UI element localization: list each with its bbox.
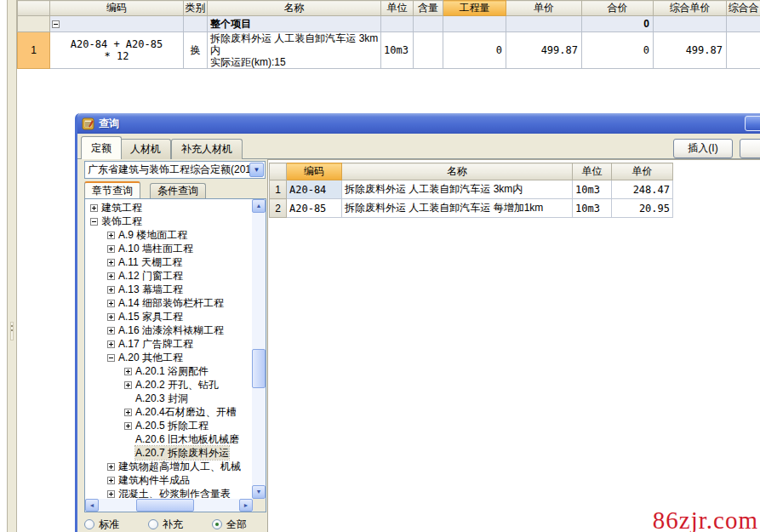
tree-item[interactable]: A.20.4石材磨边、开槽 bbox=[86, 405, 251, 419]
expand-plus-icon[interactable] bbox=[107, 327, 115, 335]
tab-condition-search[interactable]: 条件查询 bbox=[150, 183, 206, 198]
result-row-number-header[interactable] bbox=[270, 163, 287, 180]
tab-supplement-lmm[interactable]: 补充人材机 bbox=[171, 139, 243, 159]
comp-total-price-cell[interactable] bbox=[727, 32, 760, 69]
scroll-left-icon[interactable]: ◄ bbox=[85, 499, 99, 512]
horizontal-scroll-thumb[interactable] bbox=[136, 499, 194, 512]
tree-item[interactable]: A.14 细部装饰栏杆工程 bbox=[86, 296, 251, 310]
result-row[interactable]: 1A20-84拆除废料外运 人工装自卸汽车运 3km内10m3248.47 bbox=[270, 180, 673, 199]
tree-item[interactable]: 混凝土、砂浆制作含量表 bbox=[86, 487, 251, 498]
expand-plus-icon[interactable] bbox=[107, 340, 115, 348]
tree-item[interactable]: A.16 油漆涂料裱糊工程 bbox=[86, 323, 251, 337]
tree-vertical-scrollbar[interactable]: ▲ ▼ bbox=[252, 199, 266, 499]
tree-item[interactable]: A.10 墙柱面工程 bbox=[86, 242, 251, 255]
left-splitter-bar[interactable] bbox=[7, 0, 17, 532]
col-header-unit-price[interactable]: 单价 bbox=[506, 1, 582, 16]
tree-item[interactable]: A.20.6 旧木地板机械磨 bbox=[86, 432, 251, 446]
row-number-header[interactable] bbox=[18, 1, 50, 16]
scroll-up-icon[interactable]: ▲ bbox=[252, 199, 266, 213]
result-cell-price[interactable]: 20.95 bbox=[612, 199, 673, 218]
expand-plus-icon[interactable] bbox=[107, 313, 115, 321]
expand-plus-icon[interactable] bbox=[107, 477, 115, 484]
radio-icon[interactable] bbox=[84, 519, 94, 529]
scroll-down-icon[interactable]: ▼ bbox=[252, 485, 266, 499]
col-header-content[interactable]: 含量 bbox=[414, 1, 443, 16]
result-cell-code[interactable]: A20-84 bbox=[287, 180, 342, 199]
result-cell-num[interactable]: 1 bbox=[270, 180, 287, 199]
expand-plus-icon[interactable] bbox=[107, 245, 115, 253]
expand-plus-icon[interactable] bbox=[107, 259, 115, 266]
tree-item[interactable]: A.20.5 拆除工程 bbox=[86, 419, 251, 432]
tree-item[interactable]: A.12 门窗工程 bbox=[86, 269, 251, 283]
quantity-cell[interactable]: 0 bbox=[443, 32, 506, 69]
tree-item[interactable]: A.15 家具工程 bbox=[86, 310, 251, 323]
tab-chapter-search[interactable]: 章节查询 bbox=[84, 181, 140, 198]
col-header-comp-total-price[interactable]: 综合合 bbox=[727, 1, 760, 16]
tree-item[interactable]: A.11 天棚工程 bbox=[86, 255, 251, 269]
result-cell-name[interactable]: 拆除废料外运 人工装自卸汽车运 每增加1km bbox=[342, 199, 573, 218]
col-header-category[interactable]: 类别 bbox=[184, 1, 208, 16]
dialog-titlebar[interactable]: 查询 bbox=[77, 113, 760, 134]
replace-button[interactable]: 替 bbox=[740, 139, 760, 158]
tree-item[interactable]: A.20 其他工程 bbox=[86, 351, 251, 364]
result-cell-num[interactable]: 2 bbox=[270, 199, 287, 218]
scroll-right-icon[interactable]: ► bbox=[239, 499, 253, 512]
tree-item[interactable]: A.9 楼地面工程 bbox=[86, 228, 251, 242]
row-number-cell[interactable]: 1 bbox=[18, 32, 50, 69]
expand-plus-icon[interactable] bbox=[124, 381, 132, 389]
col-header-unit[interactable]: 单位 bbox=[381, 1, 414, 16]
expand-plus-icon[interactable] bbox=[124, 422, 132, 430]
col-header-quantity[interactable]: 工程量 bbox=[443, 1, 506, 16]
radio-option-supplement[interactable]: 补充 bbox=[148, 517, 183, 532]
result-cell-unit[interactable]: 10m3 bbox=[573, 180, 612, 199]
expand-plus-icon[interactable] bbox=[107, 300, 115, 307]
tree-item[interactable]: A.13 幕墙工程 bbox=[86, 283, 251, 296]
total-price-cell[interactable]: 0 bbox=[582, 32, 654, 69]
tab-quota[interactable]: 定额 bbox=[81, 136, 122, 159]
result-cell-name[interactable]: 拆除废料外运 人工装自卸汽车运 3km内 bbox=[342, 180, 573, 199]
tree-item[interactable]: A.17 广告牌工程 bbox=[86, 337, 251, 351]
quota-library-dropdown[interactable]: 广东省建筑与装饰工程综合定额(201 ▼ bbox=[84, 161, 266, 179]
tree-item[interactable]: 建筑构件半成品 bbox=[86, 473, 251, 487]
dialog-caption-button[interactable] bbox=[745, 116, 760, 131]
col-header-code[interactable]: 编码 bbox=[50, 1, 184, 16]
radio-icon[interactable] bbox=[148, 519, 158, 529]
expand-plus-icon[interactable] bbox=[124, 368, 132, 375]
result-col-price[interactable]: 单价 bbox=[612, 163, 673, 180]
expand-plus-icon[interactable] bbox=[107, 490, 115, 498]
expand-plus-icon[interactable] bbox=[90, 204, 98, 212]
code-cell[interactable]: A20-84 + A20-85 * 12 bbox=[50, 32, 184, 69]
tree-item[interactable]: 装饰工程 bbox=[86, 215, 251, 228]
col-header-name[interactable]: 名称 bbox=[208, 1, 381, 16]
col-header-total-price[interactable]: 合价 bbox=[582, 1, 654, 16]
tree-horizontal-scrollbar[interactable]: ◄ ► bbox=[85, 499, 253, 512]
result-cell-code[interactable]: A20-85 bbox=[287, 199, 342, 218]
collapse-minus-icon[interactable] bbox=[52, 20, 60, 28]
result-cell-unit[interactable]: 10m3 bbox=[573, 199, 612, 218]
tree-item[interactable]: 建筑物超高增加人工、机械 bbox=[86, 460, 251, 473]
collapse-minus-icon[interactable] bbox=[90, 218, 98, 226]
tree-item[interactable]: A.20.7 拆除废料外运 bbox=[86, 446, 251, 460]
result-col-unit[interactable]: 单位 bbox=[573, 163, 612, 180]
category-cell[interactable]: 换 bbox=[184, 32, 208, 69]
name-cell[interactable]: 拆除废料外运 人工装自卸汽车运 3km内 实际运距(km):15 bbox=[208, 32, 381, 69]
tree-item[interactable]: A.20.3 封洞 bbox=[86, 392, 251, 405]
collapse-minus-icon[interactable] bbox=[107, 354, 115, 362]
expand-plus-icon[interactable] bbox=[107, 463, 115, 471]
expand-plus-icon[interactable] bbox=[107, 272, 115, 280]
bill-group-row[interactable]: 整个项目 0 bbox=[18, 16, 760, 32]
col-header-comp-unit-price[interactable]: 综合单价 bbox=[654, 1, 727, 16]
result-col-name[interactable]: 名称 bbox=[342, 163, 573, 180]
tree-item[interactable]: A.20.1 浴厕配件 bbox=[86, 364, 251, 378]
expand-plus-icon[interactable] bbox=[107, 232, 115, 239]
radio-option-all[interactable]: 全部 bbox=[212, 517, 247, 532]
comp-unit-price-cell[interactable]: 499.87 bbox=[654, 32, 727, 69]
tree-item[interactable]: 建筑工程 bbox=[86, 201, 251, 215]
expand-plus-icon[interactable] bbox=[124, 409, 132, 416]
radio-icon[interactable] bbox=[212, 519, 222, 529]
result-cell-price[interactable]: 248.47 bbox=[612, 180, 673, 199]
content-cell[interactable] bbox=[414, 32, 443, 69]
insert-button[interactable]: 插入(I) bbox=[673, 139, 733, 158]
result-row[interactable]: 2A20-85拆除废料外运 人工装自卸汽车运 每增加1km10m320.95 bbox=[270, 199, 673, 218]
radio-option-standard[interactable]: 标准 bbox=[84, 517, 119, 532]
